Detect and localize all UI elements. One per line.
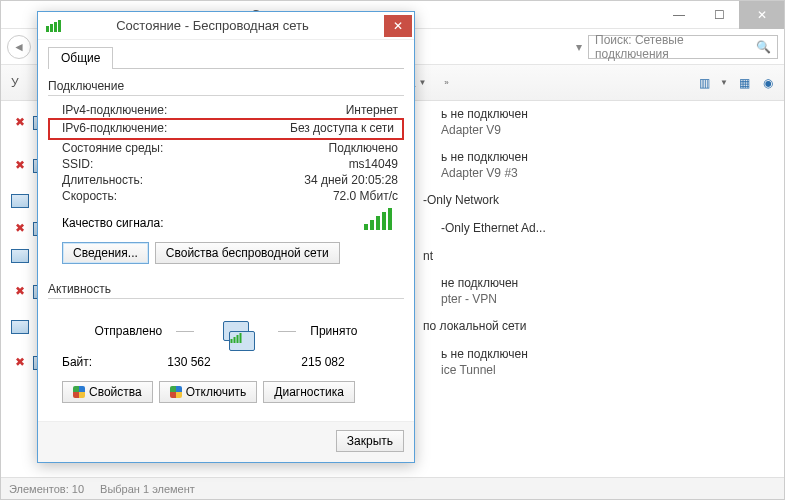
close-button[interactable]: Закрыть <box>336 430 404 452</box>
ipv4-value: Интернет <box>212 103 404 117</box>
status-dialog: Состояние - Беспроводная сеть ✕ Общие По… <box>37 11 415 463</box>
status-count: Элементов: 10 <box>9 483 84 495</box>
group-connection-label: Подключение <box>48 79 404 93</box>
ssid-value: ms14049 <box>212 157 404 171</box>
group-activity-label: Активность <box>48 282 404 296</box>
search-icon: 🔍 <box>756 40 771 54</box>
details-pane-icon[interactable]: ▦ <box>736 75 752 91</box>
shield-icon <box>73 386 85 398</box>
shield-icon <box>170 386 182 398</box>
adapter-icon <box>11 249 29 263</box>
dialog-close-button[interactable]: ✕ <box>384 15 412 37</box>
speed-value: 72.0 Мбит/с <box>212 189 404 203</box>
menu-label-truncated[interactable]: У <box>11 76 19 90</box>
bytes-recv-value: 215 082 <box>256 355 390 369</box>
media-state-label: Состояние среды: <box>62 141 212 155</box>
wireless-properties-button[interactable]: Свойства беспроводной сети <box>155 242 340 264</box>
search-input[interactable]: Поиск: Сетевые подключения 🔍 <box>588 35 778 59</box>
bytes-sent-value: 130 562 <box>122 355 256 369</box>
bytes-label: Байт: <box>62 355 122 369</box>
bg-close-button[interactable]: ✕ <box>739 1 784 29</box>
adapter-cross-icon: ✖ <box>11 158 29 174</box>
activity-icon <box>208 311 264 351</box>
ipv6-highlight: IPv6-подключение:Без доступа к сети <box>48 118 404 140</box>
search-placeholder: Поиск: Сетевые подключения <box>595 33 756 61</box>
activity-sent-label: Отправлено <box>95 324 163 338</box>
speed-label: Скорость: <box>62 189 212 203</box>
adapter-icon <box>11 320 29 334</box>
view-chevron-icon[interactable]: ▼ <box>720 78 728 87</box>
nav-back-button[interactable]: ◄ <box>7 35 31 59</box>
dialog-title: Состояние - Беспроводная сеть <box>69 18 384 33</box>
view-icon[interactable]: ▥ <box>696 75 712 91</box>
adapter-cross-icon: ✖ <box>11 221 29 237</box>
status-bar: Элементов: 10 Выбран 1 элемент <box>1 477 784 499</box>
bg-minimize-button[interactable]: ― <box>659 1 699 29</box>
status-selection: Выбран 1 элемент <box>100 483 195 495</box>
tab-general[interactable]: Общие <box>48 47 113 69</box>
ipv6-label: IPv6-подключение: <box>62 121 212 135</box>
diagnose-button[interactable]: Диагностика <box>263 381 355 403</box>
ipv6-value: Без доступа к сети <box>212 121 400 135</box>
adapter-cross-icon: ✖ <box>11 115 29 131</box>
properties-button[interactable]: Свойства <box>62 381 153 403</box>
nav-down-recent[interactable]: ▾ <box>576 40 582 54</box>
signal-quality-label: Качество сигнала: <box>62 216 163 230</box>
duration-value: 34 дней 20:05:28 <box>212 173 404 187</box>
details-button[interactable]: Сведения... <box>62 242 149 264</box>
dialog-titlebar: Состояние - Беспроводная сеть ✕ <box>38 12 414 40</box>
media-state-value: Подключено <box>212 141 404 155</box>
disable-button[interactable]: Отключить <box>159 381 258 403</box>
adapter-icon <box>11 194 29 208</box>
signal-icon <box>46 20 61 32</box>
signal-bars-icon <box>364 208 398 230</box>
cmdbar-overflow-icon[interactable]: » <box>444 78 448 87</box>
duration-label: Длительность: <box>62 173 212 187</box>
tabstrip: Общие <box>48 46 404 69</box>
ssid-label: SSID: <box>62 157 212 171</box>
activity-recv-label: Принято <box>310 324 357 338</box>
chevron-down-icon: ▼ <box>418 78 426 87</box>
bg-maximize-button[interactable]: ☐ <box>699 1 739 29</box>
adapter-cross-icon: ✖ <box>11 355 29 371</box>
help-icon[interactable]: ◉ <box>760 75 776 91</box>
ipv4-label: IPv4-подключение: <box>62 103 212 117</box>
adapter-cross-icon: ✖ <box>11 284 29 300</box>
